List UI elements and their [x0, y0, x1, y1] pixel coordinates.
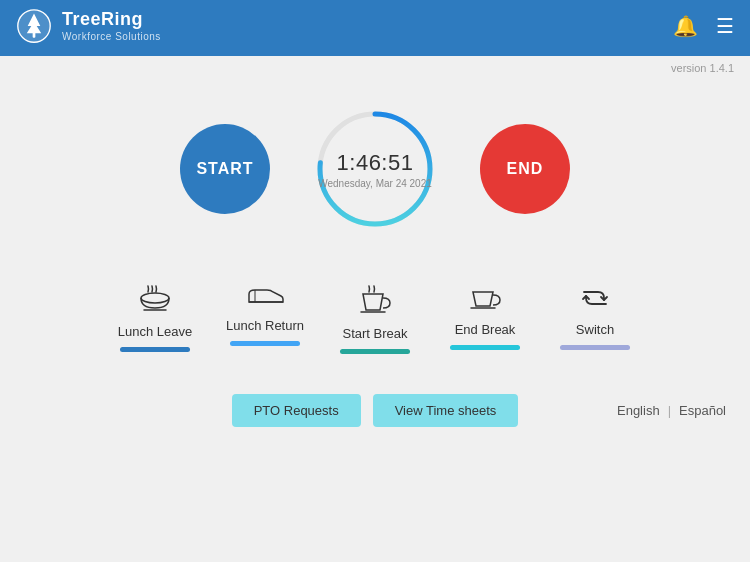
lunch-leave-bar: [120, 347, 190, 352]
start-break-bar: [340, 349, 410, 354]
lunch-leave-label: Lunch Leave: [118, 324, 192, 339]
lunch-return-icon: [245, 284, 285, 312]
lunch-return-bar: [230, 341, 300, 346]
version-label: version 1.4.1: [671, 62, 734, 74]
start-button[interactable]: START: [180, 124, 270, 214]
clock-time: 1:46:51: [337, 150, 414, 176]
action-lunch-leave[interactable]: Lunch Leave: [115, 284, 195, 352]
action-switch[interactable]: Switch: [555, 284, 635, 350]
header-title-group: TreeRing Workforce Solutions: [62, 9, 161, 43]
version-bar: version 1.4.1: [0, 56, 750, 74]
menu-icon[interactable]: ☰: [716, 14, 734, 38]
end-button[interactable]: END: [480, 124, 570, 214]
action-row: Lunch Leave Lunch Return: [115, 284, 635, 354]
lunch-leave-icon: [138, 284, 172, 318]
action-end-break[interactable]: End Break: [445, 284, 525, 350]
timesheet-button[interactable]: View Time sheets: [373, 394, 519, 427]
end-break-label: End Break: [455, 322, 516, 337]
switch-bar: [560, 345, 630, 350]
header-left: TreeRing Workforce Solutions: [16, 8, 161, 44]
pto-button[interactable]: PTO Requests: [232, 394, 361, 427]
timer-row: START 1:46:51 Wednesday, Mar 24 2021 END: [180, 104, 570, 234]
app-title: TreeRing: [62, 9, 161, 31]
header-right: 🔔 ☰: [673, 14, 734, 38]
switch-label: Switch: [576, 322, 614, 337]
start-break-icon: [358, 284, 392, 320]
clock-date: Wednesday, Mar 24 2021: [318, 178, 432, 189]
clock-circle: 1:46:51 Wednesday, Mar 24 2021: [310, 104, 440, 234]
lang-divider: |: [668, 403, 671, 418]
language-group: English | Español: [617, 403, 726, 418]
action-start-break[interactable]: Start Break: [335, 284, 415, 354]
main-content: START 1:46:51 Wednesday, Mar 24 2021 END: [0, 74, 750, 427]
action-lunch-return[interactable]: Lunch Return: [225, 284, 305, 346]
logo-icon: [16, 8, 52, 44]
app-header: TreeRing Workforce Solutions 🔔 ☰: [0, 0, 750, 52]
start-break-label: Start Break: [342, 326, 407, 341]
lunch-return-label: Lunch Return: [226, 318, 304, 333]
bottom-row: PTO Requests View Time sheets English | …: [0, 394, 750, 427]
svg-point-5: [141, 293, 169, 303]
spanish-link[interactable]: Español: [679, 403, 726, 418]
end-break-bar: [450, 345, 520, 350]
english-link[interactable]: English: [617, 403, 660, 418]
app-subtitle: Workforce Solutions: [62, 31, 161, 43]
bell-icon[interactable]: 🔔: [673, 14, 698, 38]
end-break-icon: [468, 284, 502, 316]
switch-icon: [578, 284, 612, 316]
